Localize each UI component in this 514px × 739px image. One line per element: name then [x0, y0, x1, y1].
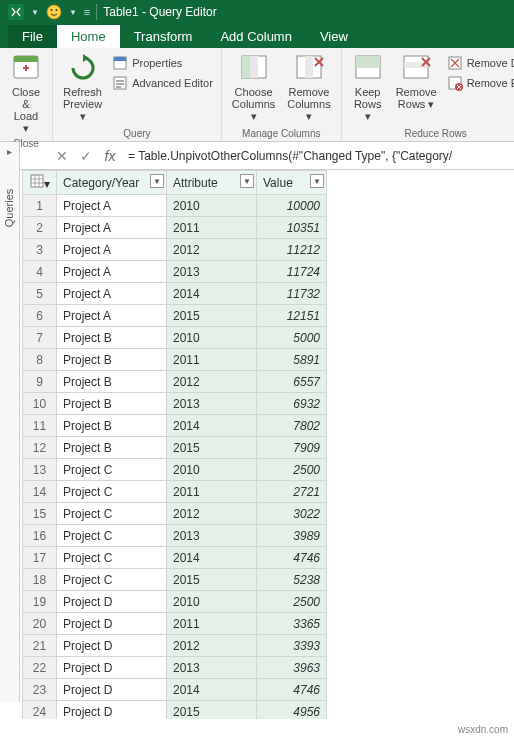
tab-transform[interactable]: Transform	[120, 25, 207, 48]
cell-category[interactable]: Project A	[57, 195, 167, 217]
row-number[interactable]: 3	[23, 239, 57, 261]
cell-value[interactable]: 6932	[257, 393, 327, 415]
cell-category[interactable]: Project B	[57, 327, 167, 349]
cell-attribute[interactable]: 2010	[167, 195, 257, 217]
row-number[interactable]: 23	[23, 679, 57, 701]
filter-icon[interactable]: ▼	[310, 174, 324, 188]
row-number[interactable]: 21	[23, 635, 57, 657]
smiley-icon[interactable]	[42, 0, 66, 24]
table-row[interactable]: 4Project A201311724	[23, 261, 327, 283]
table-row[interactable]: 2Project A201110351	[23, 217, 327, 239]
row-number[interactable]: 14	[23, 481, 57, 503]
cell-attribute[interactable]: 2014	[167, 679, 257, 701]
cell-category[interactable]: Project A	[57, 261, 167, 283]
table-row[interactable]: 10Project B20136932	[23, 393, 327, 415]
filter-icon[interactable]: ▼	[240, 174, 254, 188]
table-row[interactable]: 1Project A201010000	[23, 195, 327, 217]
tab-add-column[interactable]: Add Column	[206, 25, 306, 48]
cell-value[interactable]: 2500	[257, 459, 327, 481]
qat-overflow[interactable]: ≡	[80, 0, 94, 24]
queries-pane[interactable]: ▸ Queries	[0, 142, 20, 702]
cell-value[interactable]: 4746	[257, 547, 327, 569]
cell-value[interactable]: 11212	[257, 239, 327, 261]
cell-attribute[interactable]: 2012	[167, 239, 257, 261]
fx-icon[interactable]: fx	[98, 144, 122, 168]
cell-attribute[interactable]: 2010	[167, 459, 257, 481]
cell-category[interactable]: Project D	[57, 635, 167, 657]
column-header-value[interactable]: Value ▼	[257, 171, 327, 195]
table-row[interactable]: 24Project D20154956	[23, 701, 327, 720]
table-row[interactable]: 13Project C20102500	[23, 459, 327, 481]
row-number[interactable]: 11	[23, 415, 57, 437]
row-number[interactable]: 12	[23, 437, 57, 459]
cell-value[interactable]: 10351	[257, 217, 327, 239]
cell-value[interactable]: 5891	[257, 349, 327, 371]
tab-file[interactable]: File	[8, 25, 57, 48]
cell-value[interactable]: 2500	[257, 591, 327, 613]
cell-attribute[interactable]: 2015	[167, 701, 257, 720]
cell-category[interactable]: Project B	[57, 349, 167, 371]
table-row[interactable]: 9Project B20126557	[23, 371, 327, 393]
filter-icon[interactable]: ▼	[150, 174, 164, 188]
cell-attribute[interactable]: 2014	[167, 415, 257, 437]
table-row[interactable]: 21Project D20123393	[23, 635, 327, 657]
row-number[interactable]: 17	[23, 547, 57, 569]
cell-attribute[interactable]: 2010	[167, 327, 257, 349]
cell-value[interactable]: 3393	[257, 635, 327, 657]
table-row[interactable]: 20Project D20113365	[23, 613, 327, 635]
cell-value[interactable]: 11732	[257, 283, 327, 305]
cell-attribute[interactable]: 2015	[167, 569, 257, 591]
cell-attribute[interactable]: 2013	[167, 657, 257, 679]
cell-category[interactable]: Project C	[57, 459, 167, 481]
formula-confirm-button[interactable]: ✓	[74, 144, 98, 168]
keep-rows-button[interactable]: Keep Rows ▾	[346, 50, 390, 124]
row-number[interactable]: 5	[23, 283, 57, 305]
cell-value[interactable]: 3022	[257, 503, 327, 525]
table-row[interactable]: 6Project A201512151	[23, 305, 327, 327]
cell-attribute[interactable]: 2014	[167, 283, 257, 305]
table-row[interactable]: 17Project C20144746	[23, 547, 327, 569]
cell-category[interactable]: Project A	[57, 239, 167, 261]
column-header-attribute[interactable]: Attribute ▼	[167, 171, 257, 195]
formula-cancel-button[interactable]: ✕	[50, 144, 74, 168]
refresh-preview-button[interactable]: Refresh Preview ▾	[57, 50, 108, 124]
qat-dropdown-icon[interactable]: ▼	[28, 8, 42, 17]
row-number[interactable]: 6	[23, 305, 57, 327]
table-row[interactable]: 15Project C20123022	[23, 503, 327, 525]
row-number[interactable]: 9	[23, 371, 57, 393]
cell-category[interactable]: Project D	[57, 613, 167, 635]
cell-value[interactable]: 4956	[257, 701, 327, 720]
tab-home[interactable]: Home	[57, 25, 120, 48]
cell-attribute[interactable]: 2011	[167, 349, 257, 371]
row-number[interactable]: 10	[23, 393, 57, 415]
cell-category[interactable]: Project C	[57, 503, 167, 525]
row-number[interactable]: 19	[23, 591, 57, 613]
cell-value[interactable]: 3365	[257, 613, 327, 635]
column-header-category[interactable]: Category/Year ▼	[57, 171, 167, 195]
row-number[interactable]: 15	[23, 503, 57, 525]
cell-value[interactable]: 7802	[257, 415, 327, 437]
row-number[interactable]: 22	[23, 657, 57, 679]
table-row[interactable]: 11Project B20147802	[23, 415, 327, 437]
cell-attribute[interactable]: 2013	[167, 525, 257, 547]
cell-attribute[interactable]: 2013	[167, 261, 257, 283]
row-number[interactable]: 20	[23, 613, 57, 635]
row-number[interactable]: 7	[23, 327, 57, 349]
cell-value[interactable]: 3989	[257, 525, 327, 547]
row-number[interactable]: 4	[23, 261, 57, 283]
table-row[interactable]: 14Project C20112721	[23, 481, 327, 503]
close-and-load-button[interactable]: Close & Load ▾	[4, 50, 48, 136]
cell-attribute[interactable]: 2011	[167, 613, 257, 635]
cell-category[interactable]: Project D	[57, 657, 167, 679]
remove-columns-button[interactable]: Remove Columns ▾	[281, 50, 336, 124]
cell-value[interactable]: 10000	[257, 195, 327, 217]
cell-category[interactable]: Project B	[57, 437, 167, 459]
cell-category[interactable]: Project A	[57, 217, 167, 239]
cell-value[interactable]: 12151	[257, 305, 327, 327]
data-grid[interactable]: ▾ Category/Year ▼ Attribute ▼ Value ▼ 1P…	[22, 170, 514, 719]
select-all-corner[interactable]: ▾	[23, 171, 57, 195]
cell-value[interactable]: 4746	[257, 679, 327, 701]
excel-logo-icon[interactable]	[4, 0, 28, 24]
cell-value[interactable]: 7909	[257, 437, 327, 459]
table-row[interactable]: 3Project A201211212	[23, 239, 327, 261]
